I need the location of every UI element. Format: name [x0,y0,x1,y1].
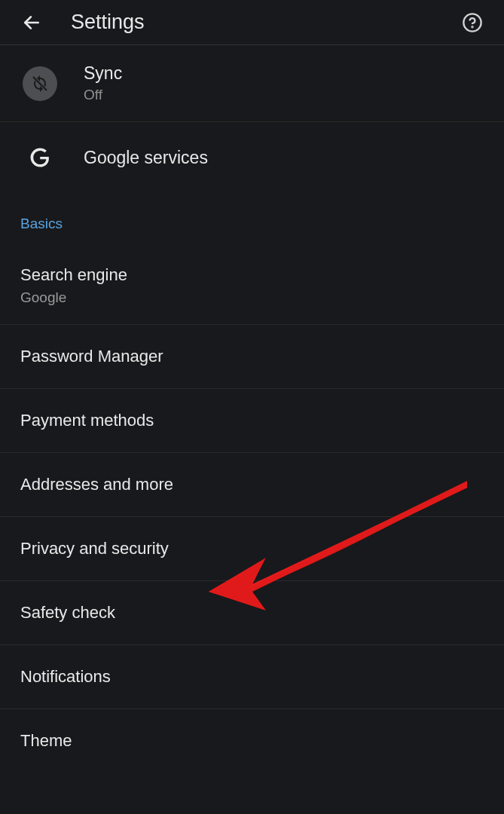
google-icon-container [23,140,57,175]
back-arrow-icon [22,13,41,32]
help-icon [462,12,483,33]
addresses-item[interactable]: Addresses and more [0,453,504,517]
page-title: Settings [71,11,456,34]
theme-title: Theme [20,731,484,751]
back-button[interactable] [15,6,48,39]
sync-text: Sync Off [84,63,122,103]
privacy-security-item[interactable]: Privacy and security [0,517,504,581]
password-manager-item[interactable]: Password Manager [0,325,504,389]
google-services-item[interactable]: Google services [0,122,504,193]
basics-list: Search engine Google Password Manager Pa… [0,247,504,773]
sync-title: Sync [84,63,122,84]
safety-check-title: Safety check [20,603,484,623]
safety-check-item[interactable]: Safety check [0,581,504,645]
payment-methods-title: Payment methods [20,411,484,430]
payment-methods-item[interactable]: Payment methods [0,389,504,453]
help-button[interactable] [456,6,489,39]
sync-off-icon [31,75,49,93]
addresses-title: Addresses and more [20,475,484,494]
sync-item[interactable]: Sync Off [0,45,504,122]
search-engine-title: Search engine [20,265,484,285]
search-engine-sub: Google [20,289,484,306]
privacy-security-title: Privacy and security [20,539,484,558]
google-services-title: Google services [84,148,208,168]
sync-icon-container [23,66,57,101]
sync-status: Off [84,87,122,103]
search-engine-item[interactable]: Search engine Google [0,247,504,325]
svg-point-2 [472,26,472,27]
basics-section-header: Basics [0,193,504,247]
password-manager-title: Password Manager [20,347,484,366]
notifications-title: Notifications [20,667,484,687]
google-icon [29,146,51,169]
google-services-text: Google services [84,148,208,168]
notifications-item[interactable]: Notifications [0,645,504,709]
theme-item[interactable]: Theme [0,709,504,773]
header-bar: Settings [0,0,504,45]
